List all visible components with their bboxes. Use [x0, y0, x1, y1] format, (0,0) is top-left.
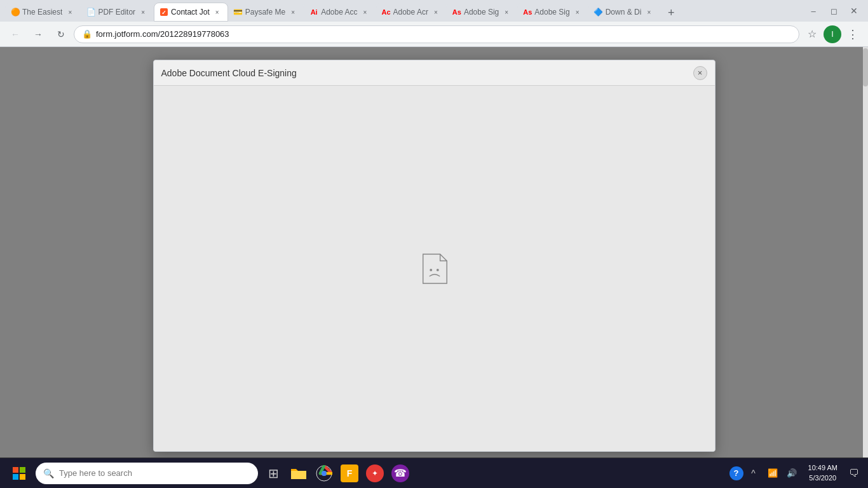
svg-point-2	[430, 269, 432, 271]
adobe-esign-modal: Adobe Document Cloud E-Signing ×	[153, 60, 715, 452]
task-view-icon: ⊞	[268, 466, 279, 481]
tab-favicon-4: 💳	[234, 8, 243, 17]
sad-document-svg	[420, 253, 449, 285]
clock-date: 5/3/2020	[808, 473, 837, 483]
reload-button[interactable]: ↻	[51, 24, 71, 44]
taskbar: 🔍 ⊞ F	[0, 458, 868, 488]
tab-contact-jot[interactable]: ✓ Contact Jot ×	[154, 3, 228, 22]
browser-window: 🟠 The Easiest × 📄 PDF Editor × ✓ Contact…	[0, 0, 868, 488]
svg-rect-4	[13, 467, 18, 473]
tab-close-7[interactable]: ×	[501, 7, 512, 17]
tab-adobe-sign-1[interactable]: As Adobe Sig ×	[447, 3, 517, 22]
clock-time: 10:49 AM	[808, 463, 837, 473]
taskbar-search-icon: 🔍	[43, 468, 54, 478]
windows-logo-icon	[13, 467, 25, 480]
svg-point-3	[436, 269, 438, 271]
yellow-app-icon: F	[341, 464, 358, 482]
tab-favicon-2: 📄	[86, 8, 95, 17]
modal-title: Adobe Document Cloud E-Signing	[161, 68, 693, 78]
tab-close-2[interactable]: ×	[138, 7, 148, 17]
svg-rect-7	[20, 474, 25, 480]
tab-favicon-9: 🔷	[594, 8, 603, 17]
tab-close-6[interactable]: ×	[431, 7, 441, 17]
tab-the-easiest[interactable]: 🟠 The Easiest ×	[5, 3, 81, 22]
new-tab-button[interactable]: +	[662, 4, 680, 22]
start-button[interactable]	[5, 459, 33, 487]
tab-label-7: Adobe Sig	[464, 8, 499, 17]
menu-button[interactable]: ⋮	[843, 24, 863, 44]
modal-header: Adobe Document Cloud E-Signing ×	[154, 60, 715, 86]
purple-app-icon: ☎	[391, 464, 409, 482]
page-content: Adobe Document Cloud E-Signing ×	[0, 47, 868, 488]
tab-label-5: Adobe Acc	[321, 8, 357, 17]
tab-close-9[interactable]: ×	[644, 7, 654, 17]
window-controls: – ◻ ✕	[804, 2, 863, 20]
taskbar-right: ? ^ 📶 🔊 10:49 AM 5/3/2020 🗨	[729, 463, 863, 483]
tray-help-icon[interactable]: ?	[729, 466, 743, 480]
tab-close-4[interactable]: ×	[288, 7, 298, 17]
modal-body	[154, 86, 715, 451]
tab-label-3: Contact Jot	[171, 8, 210, 17]
bookmark-button[interactable]: ☆	[802, 24, 822, 44]
scrollbar-thumb[interactable]	[863, 48, 868, 86]
svg-text:✓: ✓	[161, 10, 166, 16]
svg-point-10	[322, 471, 327, 476]
tab-favicon-7: As	[452, 8, 461, 17]
tab-pdf-editor[interactable]: 📄 PDF Editor ×	[81, 3, 154, 22]
tab-down-di[interactable]: 🔷 Down & Di ×	[588, 3, 660, 22]
tab-favicon-1: 🟠	[11, 8, 20, 17]
taskbar-file-explorer[interactable]	[286, 459, 311, 487]
modal-close-button[interactable]: ×	[693, 66, 707, 80]
tab-favicon-3: ✓	[159, 8, 168, 17]
system-clock[interactable]: 10:49 AM 5/3/2020	[803, 463, 843, 483]
taskbar-app-yellow[interactable]: F	[337, 459, 362, 487]
tab-label-8: Adobe Sig	[534, 8, 569, 17]
taskbar-app-red[interactable]: ✦	[362, 459, 388, 487]
tab-label-2: PDF Editor	[98, 8, 135, 17]
address-text: form.jotform.com/201228919778063	[96, 29, 791, 39]
close-button[interactable]: ✕	[845, 2, 863, 20]
tab-label-1: The Easiest	[22, 8, 62, 17]
chrome-icon	[315, 464, 333, 482]
tab-label-9: Down & Di	[606, 8, 642, 17]
tab-close-1[interactable]: ×	[65, 7, 75, 17]
minimize-button[interactable]: –	[804, 2, 822, 20]
address-bar[interactable]: 🔒 form.jotform.com/201228919778063	[74, 25, 799, 43]
forward-button[interactable]: →	[28, 24, 48, 44]
tray-chevron-icon[interactable]: ^	[745, 464, 763, 482]
notification-button[interactable]: 🗨	[845, 464, 863, 482]
red-app-icon: ✦	[366, 464, 384, 482]
svg-rect-5	[20, 467, 25, 473]
toolbar-actions: ☆ I ⋮	[802, 24, 863, 44]
restore-button[interactable]: ◻	[825, 2, 843, 20]
lock-icon: 🔒	[82, 29, 92, 39]
tab-favicon-8: As	[523, 8, 532, 17]
tray-volume-icon[interactable]: 🔊	[783, 464, 801, 482]
task-view-button[interactable]: ⊞	[261, 459, 286, 487]
tab-close-8[interactable]: ×	[573, 7, 583, 17]
taskbar-search-bar[interactable]: 🔍	[36, 463, 258, 484]
error-document-icon	[420, 253, 449, 285]
tab-label-4: Paysafe Me	[245, 8, 285, 17]
file-explorer-icon	[290, 464, 308, 482]
svg-rect-6	[13, 474, 18, 480]
tab-paysafe[interactable]: 💳 Paysafe Me ×	[228, 3, 304, 22]
back-button[interactable]: ←	[5, 24, 25, 44]
system-tray: ? ^ 📶 🔊	[729, 464, 801, 482]
page-scrollbar[interactable]	[863, 47, 868, 488]
tab-adobe-sign-2[interactable]: As Adobe Sig ×	[517, 3, 588, 22]
browser-toolbar: ← → ↻ 🔒 form.jotform.com/201228919778063…	[0, 22, 868, 47]
profile-button[interactable]: I	[824, 25, 841, 43]
title-bar: 🟠 The Easiest × 📄 PDF Editor × ✓ Contact…	[0, 0, 868, 22]
tray-network-icon[interactable]: 📶	[764, 464, 782, 482]
taskbar-search-input[interactable]	[59, 468, 250, 478]
tab-adobe-acc-1[interactable]: Ai Adobe Acc ×	[304, 3, 376, 22]
taskbar-app-purple[interactable]: ☎	[388, 459, 413, 487]
tab-close-3[interactable]: ×	[212, 7, 222, 17]
taskbar-chrome[interactable]	[311, 459, 337, 487]
tabs-container: 🟠 The Easiest × 📄 PDF Editor × ✓ Contact…	[5, 0, 799, 22]
tab-adobe-acr[interactable]: Ac Adobe Acr ×	[376, 3, 447, 22]
tab-close-5[interactable]: ×	[360, 7, 370, 17]
tab-label-6: Adobe Acr	[393, 8, 428, 17]
tab-favicon-6: Ac	[382, 8, 391, 17]
